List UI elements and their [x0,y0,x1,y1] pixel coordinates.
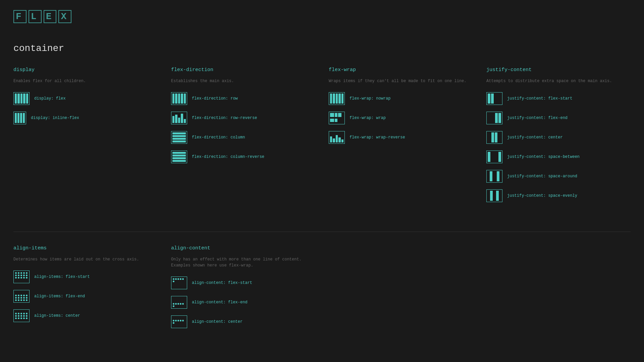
ac-flex-start-label: align-content: flex-start [192,281,252,285]
ai-flex-start-row: align-items: flex-start [13,270,158,283]
flex-wrap-name: flex-wrap [329,67,473,73]
jc-center-icon [486,131,502,144]
jc-flex-end-icon [486,112,502,124]
section-title: container [13,43,631,54]
logo-letter-x: X [58,10,71,23]
ai-center-label: align-items: center [34,313,80,318]
fd-column-reverse-row: flex-direction: column-reverse [171,150,315,163]
jc-flex-start-label: justify-content: flex-start [507,96,572,101]
display-flex-label: display: flex [34,96,66,101]
fd-column-label: flex-direction: column [192,135,245,140]
jc-space-between-label: justify-content: space-between [507,155,580,159]
ac-flex-end-row: align-content: flex-end [171,296,315,309]
fd-column-reverse-icon [171,150,187,163]
ai-flex-end-row: align-items: flex-end [13,290,158,303]
jc-flex-end-row: justify-content: flex-end [486,112,631,124]
fd-row-reverse-icon [171,112,187,124]
display-name: display [13,67,158,73]
ai-flex-start-icon [13,270,30,283]
jc-flex-end-label: justify-content: flex-end [507,116,568,120]
logo-letter-l: L [29,10,42,23]
jc-space-evenly-label: justify-content: space-evenly [507,193,577,198]
fw-nowrap-row: flex-wrap: nowrap [329,92,473,105]
ai-flex-end-label: align-items: flex-end [34,294,85,299]
fw-wrap-reverse-row: flex-wrap: wrap-reverse [329,131,473,144]
ac-center-label: align-content: center [192,319,243,324]
display-inline-flex-label: display: inline-flex [31,116,79,120]
fd-column-icon [171,131,187,144]
fw-wrap-reverse-icon [329,131,345,144]
fw-wrap-label: flex-wrap: wrap [350,116,386,120]
display-inline-flex-icon [13,112,26,124]
jc-space-around-icon [486,170,502,183]
divider [13,232,631,232]
ai-center-row: align-items: center [13,309,158,322]
fd-column-reverse-label: flex-direction: column-reverse [192,155,264,159]
jc-space-evenly-row: justify-content: space-evenly [486,189,631,202]
fw-nowrap-label: flex-wrap: nowrap [350,96,390,101]
justify-content-desc: Attempts to distribute extra space on th… [486,78,631,84]
page-wrapper: F L E X container display Enables flex f… [0,0,644,341]
logo: F L E X [13,10,631,23]
align-items-desc: Determines how items are laid out on the… [13,256,158,262]
fw-wrap-row: flex-wrap: wrap [329,112,473,124]
flex-wrap-desc: Wraps items if they can't all be made to… [329,78,473,84]
fd-row-reverse-row: flex-direction: row-reverse [171,112,315,124]
display-flex-icon [13,92,30,105]
align-content-name: align-content [171,245,315,251]
align-content-desc: Only has an effect with more than one li… [171,256,315,268]
top-properties-grid: display Enables flex for all children. d… [13,67,631,205]
ac-flex-end-icon [171,296,187,309]
jc-center-label: justify-content: center [507,135,563,140]
fd-column-row: flex-direction: column [171,131,315,144]
display-inline-flex-row: display: inline-flex [13,112,158,124]
logo-text: F L E X [13,10,71,23]
jc-space-evenly-icon [486,189,502,202]
align-items-name: align-items [13,245,158,251]
jc-space-around-row: justify-content: space-around [486,170,631,183]
ac-flex-start-row: align-content: flex-start [171,277,315,289]
ai-flex-end-icon [13,290,30,303]
fw-wrap-reverse-label: flex-wrap: wrap-reverse [350,135,405,140]
logo-letter-e: E [44,10,57,23]
flex-direction-section: flex-direction Establishes the main axis… [171,67,315,205]
justify-content-section: justify-content Attempts to distribute e… [486,67,631,205]
jc-space-between-icon [486,150,502,163]
bottom-properties-grid: align-items Determines how items are lai… [13,245,631,331]
flex-direction-desc: Establishes the main axis. [171,78,315,84]
jc-space-around-label: justify-content: space-around [507,174,577,179]
align-items-section: align-items Determines how items are lai… [13,245,158,331]
display-section: display Enables flex for all children. d… [13,67,158,205]
flex-wrap-section: flex-wrap Wraps items if they can't all … [329,67,473,205]
logo-letter-f: F [13,10,26,23]
ai-center-icon [13,309,30,322]
fw-wrap-icon [329,112,345,124]
ac-center-row: align-content: center [171,315,315,328]
fw-nowrap-icon [329,92,345,105]
fd-row-label: flex-direction: row [192,96,238,101]
fd-row-row: flex-direction: row [171,92,315,105]
justify-content-name: justify-content [486,67,631,73]
ac-flex-end-label: align-content: flex-end [192,300,248,305]
jc-flex-start-row: justify-content: flex-start [486,92,631,105]
display-desc: Enables flex for all children. [13,78,158,84]
fd-row-reverse-label: flex-direction: row-reverse [192,116,257,120]
align-content-section: align-content Only has an effect with mo… [171,245,315,331]
jc-space-between-row: justify-content: space-between [486,150,631,163]
display-flex-row: display: flex [13,92,158,105]
jc-flex-start-icon [486,92,502,105]
ac-flex-start-icon [171,277,187,289]
flex-direction-name: flex-direction [171,67,315,73]
ac-center-icon [171,315,187,328]
ai-flex-start-label: align-items: flex-start [34,275,90,279]
jc-center-row: justify-content: center [486,131,631,144]
fd-row-icon [171,92,187,105]
